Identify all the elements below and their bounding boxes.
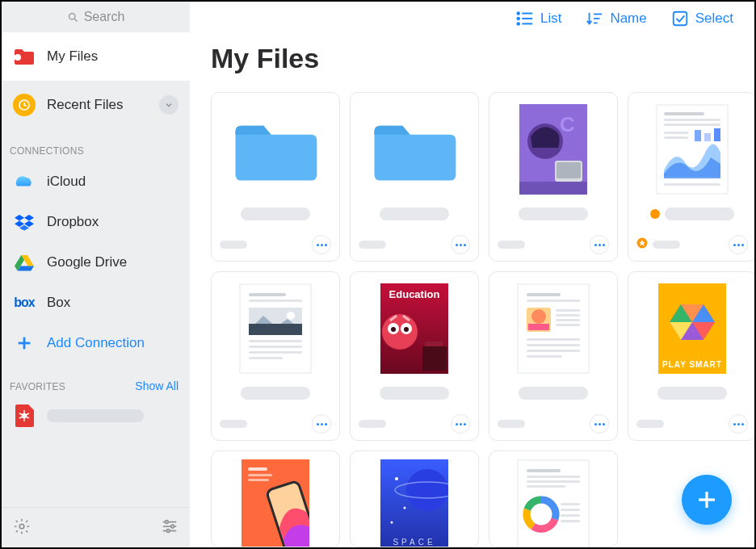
add-file-fab[interactable] (682, 475, 732, 525)
tile-meta-placeholder (220, 241, 247, 249)
tile-more-button[interactable] (590, 414, 609, 434)
add-connection-button[interactable]: Add Connection (2, 323, 190, 363)
file-tile-document[interactable] (211, 271, 340, 441)
svg-rect-59 (425, 342, 443, 346)
svg-rect-33 (664, 124, 720, 126)
svg-rect-43 (249, 300, 302, 302)
svg-point-83 (406, 469, 448, 511)
image-thumb: SPACE (366, 459, 463, 547)
svg-rect-39 (664, 183, 720, 186)
svg-rect-97 (561, 514, 580, 517)
sliders-button[interactable] (161, 518, 178, 539)
tile-more-button[interactable] (312, 414, 331, 434)
svg-rect-78 (248, 474, 272, 476)
page-title: My Files (190, 35, 754, 92)
tile-meta-placeholder (498, 420, 525, 428)
svg-rect-47 (249, 340, 302, 342)
svg-point-87 (391, 522, 393, 524)
nav-my-files[interactable]: My Files (2, 32, 190, 81)
svg-rect-36 (714, 128, 720, 141)
svg-rect-70 (527, 338, 580, 341)
file-tile-folder[interactable] (350, 92, 479, 262)
favorites-section-label: Favorites (10, 381, 65, 392)
file-tile-document[interactable] (628, 92, 754, 262)
chevron-down-icon[interactable] (159, 95, 178, 115)
connection-icloud[interactable]: iCloud (2, 161, 190, 202)
file-tile-document[interactable] (489, 271, 618, 441)
svg-point-53 (382, 314, 418, 350)
svg-point-57 (404, 327, 409, 332)
tile-more-button[interactable] (590, 235, 609, 254)
connection-google-drive-label: Google Drive (47, 254, 127, 270)
svg-rect-32 (664, 119, 720, 121)
toolbar: List Name Select (190, 2, 754, 35)
svg-point-85 (395, 477, 398, 480)
tile-more-button[interactable] (451, 235, 470, 254)
svg-rect-66 (556, 309, 580, 312)
file-tile-document[interactable] (489, 451, 618, 547)
plus-icon (13, 332, 36, 354)
svg-rect-35 (704, 133, 711, 141)
svg-rect-93 (527, 485, 565, 488)
tile-more-button[interactable] (451, 414, 470, 434)
nav-my-files-label: My Files (47, 48, 98, 65)
svg-rect-61 (527, 293, 561, 296)
google-drive-icon (13, 251, 36, 274)
icloud-icon (13, 170, 36, 193)
select-toggle-button[interactable]: Select (671, 10, 733, 27)
file-tile-space[interactable]: SPACE (350, 451, 479, 547)
connection-google-drive[interactable]: Google Drive (2, 242, 190, 283)
tile-more-button[interactable] (312, 235, 331, 254)
search-input[interactable]: Search (2, 2, 190, 32)
file-tile-image[interactable] (211, 451, 340, 547)
svg-line-1 (74, 19, 77, 21)
svg-rect-90 (527, 469, 561, 472)
svg-text:PLAY SMART: PLAY SMART (662, 360, 722, 369)
file-tile-play-smart[interactable]: PLAY SMART (628, 271, 754, 441)
select-toggle-label: Select (695, 10, 733, 27)
sort-name-button[interactable]: Name (586, 10, 646, 27)
star-icon (636, 237, 648, 252)
svg-point-12 (171, 525, 174, 528)
tile-name-placeholder (241, 387, 310, 400)
tile-more-button[interactable] (729, 414, 748, 434)
svg-rect-42 (249, 293, 286, 296)
favorite-item[interactable] (2, 397, 190, 434)
svg-rect-49 (249, 351, 302, 354)
svg-point-11 (166, 520, 169, 523)
svg-rect-69 (556, 324, 580, 326)
image-thumb (227, 459, 324, 547)
tile-more-button[interactable] (729, 235, 748, 254)
svg-rect-95 (561, 503, 580, 505)
box-icon: box (13, 291, 36, 314)
nav-recent-files[interactable]: Recent Files (2, 81, 190, 129)
svg-rect-37 (664, 132, 688, 134)
svg-point-16 (517, 17, 519, 19)
pdf-icon (13, 404, 36, 427)
svg-point-64 (531, 309, 546, 324)
image-thumb: Education (366, 280, 463, 377)
connection-dropbox[interactable]: Dropbox (2, 202, 190, 242)
file-tile-image[interactable]: C (489, 92, 618, 262)
file-tile-folder[interactable] (211, 92, 340, 262)
tile-meta-placeholder (220, 420, 247, 428)
document-thumb (227, 280, 324, 377)
show-all-button[interactable]: Show All (135, 379, 178, 392)
svg-rect-65 (528, 324, 549, 330)
svg-text:SPACE: SPACE (393, 538, 435, 547)
status-dot-icon (650, 209, 660, 219)
tile-meta-placeholder (498, 241, 525, 249)
file-tile-education[interactable]: Education (350, 271, 479, 441)
document-thumb (505, 459, 602, 547)
settings-button[interactable] (13, 518, 31, 539)
svg-rect-31 (664, 112, 704, 115)
connection-box[interactable]: box Box (2, 283, 190, 323)
add-connection-label: Add Connection (47, 335, 145, 351)
connection-dropbox-label: Dropbox (47, 214, 99, 230)
svg-rect-29 (519, 182, 587, 195)
svg-point-86 (404, 507, 406, 509)
svg-rect-91 (527, 476, 580, 478)
svg-rect-68 (556, 319, 580, 321)
dropbox-icon (13, 211, 36, 233)
view-list-button[interactable]: List (516, 10, 561, 27)
